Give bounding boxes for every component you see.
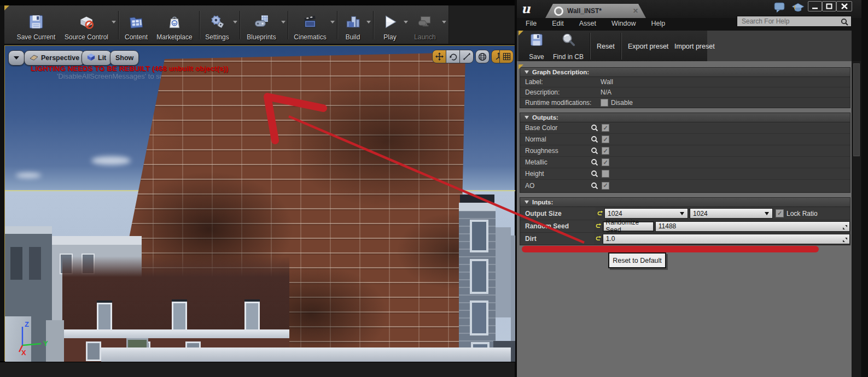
scrollbar-thumb[interactable] xyxy=(853,63,860,156)
play-caret-icon[interactable] xyxy=(404,21,408,23)
globe-icon xyxy=(478,52,487,61)
cinematics-button[interactable]: Cinematics xyxy=(291,8,329,42)
viewport-warning-secondary: 'DisableAllScreenMessages' to suppre xyxy=(57,72,178,80)
level-viewport[interactable]: 'DisableAllScreenMessages' to suppre xyxy=(4,45,516,362)
minimize-button[interactable] xyxy=(808,1,822,11)
output-size-height-dropdown[interactable]: 1024 xyxy=(690,208,773,219)
launch-button[interactable]: Launch xyxy=(410,8,440,42)
revert-icon[interactable] xyxy=(594,223,603,229)
runtime-checkbox[interactable] xyxy=(601,99,608,107)
random-seed-field[interactable]: 11488 xyxy=(655,221,850,232)
revert-icon[interactable] xyxy=(596,210,604,217)
rotate-icon xyxy=(449,52,457,61)
build-label: Build xyxy=(346,33,360,42)
building-cornice xyxy=(62,329,289,338)
collapse-triangle-icon xyxy=(525,201,529,204)
output-checkbox[interactable]: ✓ xyxy=(602,158,609,166)
output-size-label-cell: Output Size xyxy=(520,207,596,220)
settings-button[interactable]: Settings xyxy=(202,8,232,42)
export-preset-button[interactable]: Export preset xyxy=(628,31,668,62)
output-size-width-dropdown[interactable]: 1024 xyxy=(604,208,688,219)
translate-tool-button[interactable] xyxy=(432,50,446,63)
build-button[interactable]: Build xyxy=(340,8,365,42)
chat-icon[interactable] xyxy=(774,2,786,15)
source-control-caret-icon[interactable] xyxy=(112,21,116,23)
tab-close-icon[interactable]: ✕ xyxy=(633,7,638,15)
rotate-tool-button[interactable] xyxy=(446,50,460,63)
toolbar-separator xyxy=(621,33,622,60)
drag-resize-icon[interactable] xyxy=(842,224,848,232)
maximize-button[interactable] xyxy=(822,1,836,11)
source-control-button[interactable]: Source Control xyxy=(61,8,112,42)
output-checkbox[interactable]: ✓ xyxy=(602,136,609,143)
preview-search-icon[interactable] xyxy=(591,182,598,190)
perspective-button[interactable]: Perspective xyxy=(24,50,85,66)
runtime-checkbox-label: Disable xyxy=(611,99,633,107)
menu-file[interactable]: File xyxy=(517,20,544,27)
preview-search-icon[interactable] xyxy=(591,147,598,155)
outputs-header[interactable]: Outputs: xyxy=(520,113,850,122)
dirt-field[interactable]: 1.0 xyxy=(603,234,850,244)
perspective-label: Perspective xyxy=(41,54,79,62)
drag-resize-icon[interactable] xyxy=(842,237,848,244)
panel-save-button[interactable]: Save xyxy=(525,32,549,61)
lit-cube-icon xyxy=(87,53,95,63)
preview-search-icon[interactable] xyxy=(591,124,598,132)
lock-ratio-label: Lock Ratio xyxy=(787,210,818,217)
asset-tab[interactable]: Wall_INST* ✕ xyxy=(545,4,646,18)
preview-search-icon[interactable] xyxy=(591,170,598,178)
launch-caret-icon[interactable] xyxy=(442,21,446,23)
help-search-input[interactable]: Search For Help xyxy=(737,16,852,27)
preview-search-icon[interactable] xyxy=(591,136,598,143)
preview-search-icon[interactable] xyxy=(591,158,598,166)
asset-tab-icon xyxy=(554,7,563,16)
revert-icon[interactable] xyxy=(594,235,603,242)
output-row-normal: Normal ✓ xyxy=(520,134,850,145)
settings-gear-icon xyxy=(208,11,226,33)
collapse-triangle-icon xyxy=(525,116,529,119)
cloud xyxy=(16,173,41,178)
import-preset-button[interactable]: Import preset xyxy=(674,31,715,62)
scale-tool-button[interactable] xyxy=(459,50,474,63)
lock-ratio-checkbox[interactable]: ✓ xyxy=(776,209,784,217)
reset-button[interactable]: Reset xyxy=(597,31,615,62)
play-button[interactable]: Play xyxy=(377,8,403,42)
random-seed-value: 11488 xyxy=(659,222,676,230)
blueprints-button[interactable]: Blueprints xyxy=(243,8,280,42)
cinematics-caret-icon[interactable] xyxy=(330,21,335,23)
graph-description-header[interactable]: Graph Description: xyxy=(520,67,850,76)
source-control-icon xyxy=(78,11,95,33)
tutorial-icon[interactable] xyxy=(791,2,805,15)
output-checkbox[interactable]: ✓ xyxy=(602,182,609,190)
label-row: Label: Wall xyxy=(520,77,850,87)
content-button[interactable]: Content xyxy=(120,8,152,42)
search-placeholder: Search For Help xyxy=(742,17,789,25)
menu-help[interactable]: Help xyxy=(643,20,673,27)
output-checkbox[interactable]: ✓ xyxy=(602,124,609,132)
output-checkbox[interactable] xyxy=(602,170,609,178)
inputs-header[interactable]: Inputs: xyxy=(520,197,850,207)
menu-edit[interactable]: Edit xyxy=(544,20,572,27)
marketplace-button[interactable]: Marketplace xyxy=(153,8,196,42)
chevron-down-icon xyxy=(765,212,769,215)
grid-snapping-button[interactable] xyxy=(499,50,514,63)
randomize-seed-button[interactable]: Randomize Seed xyxy=(603,221,654,232)
close-button[interactable] xyxy=(836,1,852,11)
dormer-window xyxy=(172,302,187,332)
save-current-button[interactable]: Save Current xyxy=(12,8,60,42)
viewport-options-button[interactable] xyxy=(8,50,25,66)
output-checkbox[interactable]: ✓ xyxy=(602,147,609,155)
build-caret-icon[interactable] xyxy=(366,21,371,23)
unreal-logo: u xyxy=(521,1,531,16)
menu-window[interactable]: Window xyxy=(604,20,643,27)
blueprints-caret-icon[interactable] xyxy=(281,21,286,23)
magnifier-icon xyxy=(560,32,576,49)
reset-label: Reset xyxy=(597,43,615,50)
settings-caret-icon[interactable] xyxy=(233,21,237,23)
lit-mode-button[interactable]: Lit xyxy=(81,50,112,66)
world-space-toggle-button[interactable] xyxy=(475,50,490,63)
cloud xyxy=(91,156,131,165)
show-menu-button[interactable]: Show xyxy=(110,50,139,66)
menu-asset[interactable]: Asset xyxy=(572,20,604,27)
find-in-cb-button[interactable]: Find in CB xyxy=(551,32,586,61)
